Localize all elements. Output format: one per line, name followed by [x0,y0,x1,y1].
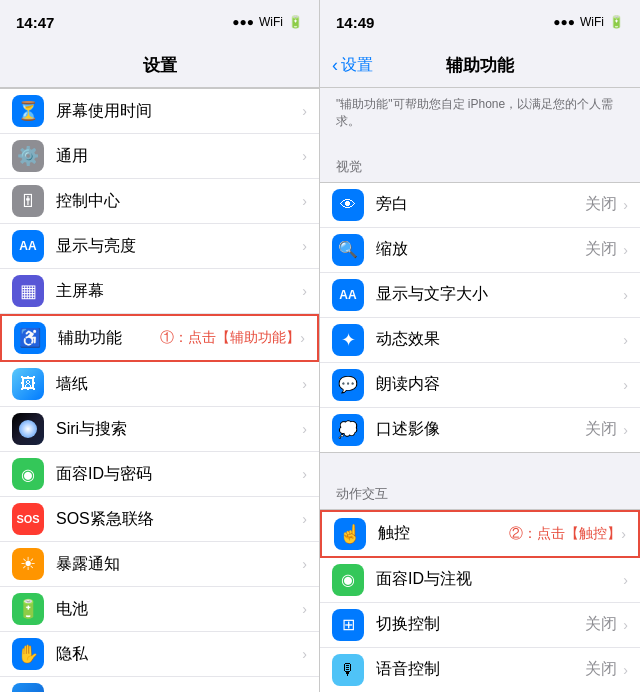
vision-section: 👁 旁白 关闭 › 🔍 缩放 关闭 › AA 显示与文字大小 › ✦ 动 [320,182,640,453]
chevron-icon: › [302,103,307,119]
settings-item-switch-control[interactable]: ⊞ 切换控制 关闭 › [320,603,640,648]
chevron-icon: › [302,148,307,164]
right-status-icons: ●●● WiFi 🔋 [553,15,624,29]
wifi-icon: WiFi [580,15,604,29]
settings-item-battery[interactable]: 🔋 电池 › [0,587,319,632]
settings-item-general[interactable]: ⚙️ 通用 › [0,134,319,179]
right-nav-bar: ‹ 设置 辅助功能 [320,44,640,88]
chevron-icon: › [302,193,307,209]
sos-label: SOS紧急联络 [56,509,302,530]
chevron-icon: › [302,466,307,482]
settings-item-accessibility[interactable]: ♿ 辅助功能 ①：点击【辅助功能】 › [0,314,319,362]
settings-item-screen-time[interactable]: ⏳ 屏幕使用时间 › [0,89,319,134]
chevron-icon: › [623,242,628,258]
settings-item-faceid[interactable]: ◉ 面容ID与密码 › [0,452,319,497]
chevron-icon: › [302,238,307,254]
right-settings-list[interactable]: "辅助功能"可帮助您自定 iPhone，以满足您的个人需求。 视觉 👁 旁白 关… [320,88,640,692]
chevron-icon: › [302,511,307,527]
touch-label: 触控 [378,523,505,544]
spoken-icon: 💬 [332,369,364,401]
settings-item-touch[interactable]: ☝ 触控 ②：点击【触控】 › [320,510,640,558]
chevron-icon: › [302,646,307,662]
battery-label: 电池 [56,599,302,620]
settings-item-control-center[interactable]: 🎚 控制中心 › [0,179,319,224]
chevron-icon: › [623,377,628,393]
voiceover-label: 旁白 [376,194,585,215]
settings-item-appstore[interactable]: A App Store › [0,677,319,692]
siri-label: Siri与搜索 [56,419,302,440]
privacy-icon: ✋ [12,638,44,670]
control-center-label: 控制中心 [56,191,302,212]
back-button[interactable]: ‹ 设置 [332,55,373,76]
battery-icon: 🔋 [288,15,303,29]
settings-item-zoom[interactable]: 🔍 缩放 关闭 › [320,228,640,273]
chevron-icon: › [623,332,628,348]
settings-item-spoken[interactable]: 💬 朗读内容 › [320,363,640,408]
settings-item-display[interactable]: AA 显示与亮度 › [0,224,319,269]
settings-item-voice-control[interactable]: 🎙 语音控制 关闭 › [320,648,640,692]
left-status-bar: 14:47 ●●● WiFi 🔋 [0,0,319,44]
zoom-value: 关闭 [585,239,617,260]
faceid-attention-label: 面容ID与注视 [376,569,623,590]
voiceover-icon: 👁 [332,189,364,221]
appstore-icon: A [12,683,44,692]
chevron-icon: › [623,572,628,588]
faceid-icon: ◉ [12,458,44,490]
settings-item-faceid-attention[interactable]: ◉ 面容ID与注视 › [320,558,640,603]
chevron-icon: › [621,526,626,542]
motion-label: 动态效果 [376,329,623,350]
display-text-label: 显示与文字大小 [376,284,623,305]
exposure-label: 暴露通知 [56,554,302,575]
battery-icon: 🔋 [12,593,44,625]
left-settings-list[interactable]: ⏳ 屏幕使用时间 › ⚙️ 通用 › 🎚 控制中心 › AA 显示与亮度 › [0,88,319,692]
chevron-icon: › [623,662,628,678]
faceid-label: 面容ID与密码 [56,464,302,485]
voice-control-value: 关闭 [585,659,617,680]
settings-item-display-text[interactable]: AA 显示与文字大小 › [320,273,640,318]
settings-item-motion[interactable]: ✦ 动态效果 › [320,318,640,363]
chevron-icon: › [302,556,307,572]
siri-icon [12,413,44,445]
home-screen-icon: ▦ [12,275,44,307]
privacy-label: 隐私 [56,644,302,665]
home-screen-label: 主屏幕 [56,281,302,302]
voice-control-icon: 🎙 [332,654,364,686]
audiodesc-value: 关闭 [585,419,617,440]
settings-item-exposure[interactable]: ☀ 暴露通知 › [0,542,319,587]
switch-control-icon: ⊞ [332,609,364,641]
settings-item-siri[interactable]: Siri与搜索 › [0,407,319,452]
left-status-icons: ●●● WiFi 🔋 [232,15,303,29]
screen-time-icon: ⏳ [12,95,44,127]
settings-item-privacy[interactable]: ✋ 隐私 › [0,632,319,677]
display-text-icon: AA [332,279,364,311]
switch-control-value: 关闭 [585,614,617,635]
battery-icon: 🔋 [609,15,624,29]
general-icon: ⚙️ [12,140,44,172]
chevron-icon: › [302,376,307,392]
voice-control-label: 语音控制 [376,659,585,680]
wallpaper-label: 墙纸 [56,374,302,395]
screen-time-label: 屏幕使用时间 [56,101,302,122]
voiceover-value: 关闭 [585,194,617,215]
audiodesc-label: 口述影像 [376,419,585,440]
accessibility-icon: ♿ [14,322,46,354]
wallpaper-icon: 🖼 [12,368,44,400]
accessibility-label: 辅助功能 [58,328,156,349]
back-chevron-icon: ‹ [332,55,338,76]
settings-section-main: ⏳ 屏幕使用时间 › ⚙️ 通用 › 🎚 控制中心 › AA 显示与亮度 › [0,88,319,692]
accessibility-hint: ①：点击【辅助功能】 [160,329,300,347]
back-label: 设置 [341,55,373,76]
faceid-attention-icon: ◉ [332,564,364,596]
display-icon: AA [12,230,44,262]
settings-item-voiceover[interactable]: 👁 旁白 关闭 › [320,183,640,228]
spoken-label: 朗读内容 [376,374,623,395]
zoom-label: 缩放 [376,239,585,260]
accessibility-note: "辅助功能"可帮助您自定 iPhone，以满足您的个人需求。 [320,88,640,142]
touch-icon: ☝ [334,518,366,550]
settings-item-sos[interactable]: SOS SOS紧急联络 › [0,497,319,542]
settings-item-home-screen[interactable]: ▦ 主屏幕 › [0,269,319,314]
interaction-section-header: 动作交互 [320,469,640,509]
settings-item-audiodesc[interactable]: 💭 口述影像 关闭 › [320,408,640,452]
settings-item-wallpaper[interactable]: 🖼 墙纸 › [0,362,319,407]
control-center-icon: 🎚 [12,185,44,217]
